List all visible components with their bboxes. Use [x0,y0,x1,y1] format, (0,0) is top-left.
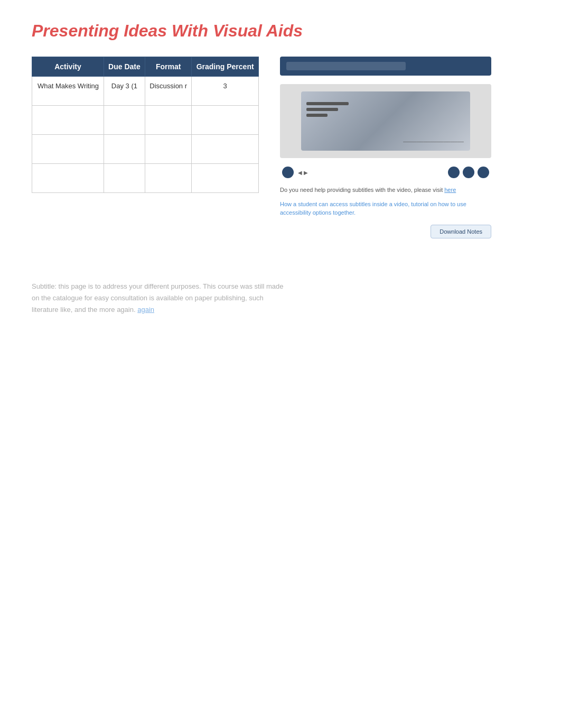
panel-image-lines [306,102,349,119]
table-row [32,135,259,164]
media-option-2-icon[interactable] [463,167,474,178]
cell-format-4 [145,164,192,193]
main-layout: Activity Due Date Format Grading Percent… [32,57,529,238]
media-option-1-icon[interactable] [448,167,460,178]
table-row [32,164,259,193]
col-header-due-date: Due Date [104,57,145,77]
bottom-text: Subtitle: this page is to address your d… [32,281,285,316]
cell-activity-1: What Makes Writing [32,77,104,106]
col-header-activity: Activity [32,57,104,77]
bottom-section: Subtitle: this page is to address your d… [32,270,529,316]
media-controls-left: ◀ ▶ [282,167,308,178]
cell-activity-3 [32,135,104,164]
right-panel: ────────────────── ◀ ▶ Do you need help … [280,57,491,238]
col-header-format: Format [145,57,192,77]
bottom-text-link[interactable]: again [137,306,154,314]
panel-blue-text: How a student can access subtitles insid… [280,200,491,217]
download-notes-button[interactable]: Download Notes [431,225,491,238]
activity-table: Activity Due Date Format Grading Percent… [32,57,259,193]
page-title: Presenting Ideas With Visual Aids [32,21,529,41]
cell-grading-1: 3 [192,77,259,106]
panel-description: Do you need help providing subtitles wit… [280,186,491,195]
description-link[interactable]: here [444,187,456,193]
cell-duedate-3 [104,135,145,164]
cell-format-1: Discussion r [145,77,192,106]
panel-image-caption: ────────────────── [403,139,464,144]
cell-grading-4 [192,164,259,193]
panel-header-bar-inner [286,62,406,70]
panel-image-placeholder: ────────────────── [280,84,491,158]
media-time-text: ◀ ▶ [298,170,308,176]
cell-duedate-4 [104,164,145,193]
cell-grading-3 [192,135,259,164]
cell-grading-2 [192,106,259,135]
cell-activity-4 [32,164,104,193]
media-controls-right [448,167,489,178]
table-row: What Makes Writing Day 3 (1 Discussion r… [32,77,259,106]
cell-duedate-2 [104,106,145,135]
media-option-3-icon[interactable] [478,167,489,178]
panel-image-inner: ────────────────── [301,91,470,151]
cell-format-2 [145,106,192,135]
table-section: Activity Due Date Format Grading Percent… [32,57,259,193]
cell-format-3 [145,135,192,164]
page-container: Presenting Ideas With Visual Aids Activi… [0,0,561,337]
col-header-grading: Grading Percent [192,57,259,77]
cell-activity-2 [32,106,104,135]
play-button-icon[interactable] [282,167,294,178]
panel-header-bar [280,57,491,76]
media-controls: ◀ ▶ [280,167,491,178]
table-row [32,106,259,135]
cell-duedate-1: Day 3 (1 [104,77,145,106]
